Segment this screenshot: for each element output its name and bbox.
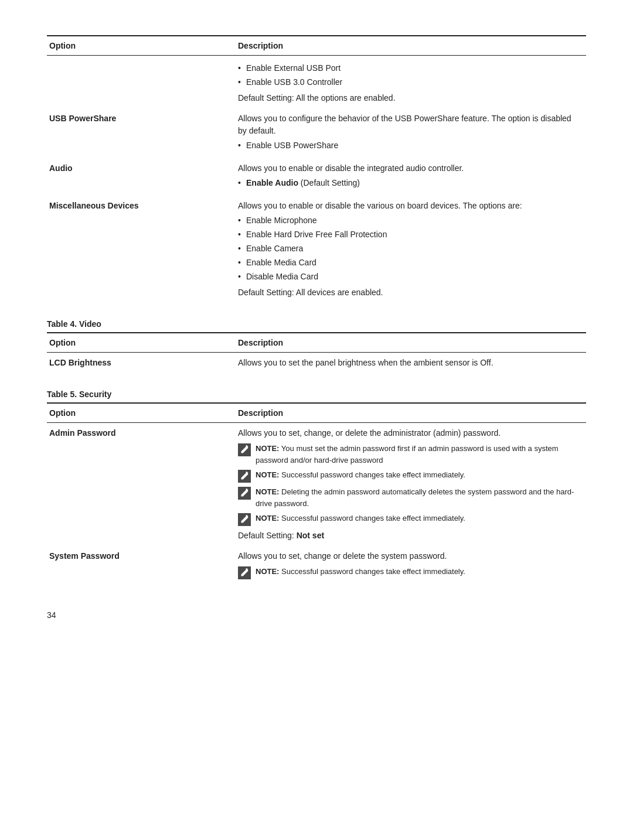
desc-cell: Enable External USB Port Enable USB 3.0 … xyxy=(236,56,586,109)
list-item: Enable External USB Port xyxy=(238,62,579,74)
note-text: NOTE: You must set the admin password fi… xyxy=(256,443,579,466)
desc-cell: Allows you to set the panel brightness w… xyxy=(236,353,586,374)
table-row: Miscellaneous Devices Allows you to enab… xyxy=(47,196,586,303)
page-number: 34 xyxy=(47,610,586,620)
table4-title: Table 4. Video xyxy=(47,319,586,329)
table5-col2-header: Description xyxy=(236,403,586,423)
option-cell xyxy=(47,56,236,109)
bullet-list: Enable External USB Port Enable USB 3.0 … xyxy=(238,62,579,88)
option-cell: USB PowerShare xyxy=(47,108,236,158)
option-cell: Miscellaneous Devices xyxy=(47,196,236,303)
note-block: NOTE: Successful password changes take e… xyxy=(238,566,579,579)
list-item: Enable Audio (Default Setting) xyxy=(238,177,579,189)
list-item: Disable Media Card xyxy=(238,271,579,283)
table-row: Enable External USB Port Enable USB 3.0 … xyxy=(47,56,586,109)
note-text: NOTE: Successful password changes take e… xyxy=(256,566,465,578)
note-block: NOTE: Successful password changes take e… xyxy=(238,469,579,483)
desc-intro: Allows you to set, change, or delete the… xyxy=(238,427,579,439)
desc-cell: Allows you to configure the behavior of … xyxy=(236,108,586,158)
note-block: NOTE: You must set the admin password fi… xyxy=(238,443,579,466)
default-note: Default Setting: All devices are enabled… xyxy=(238,286,579,299)
pencil-icon xyxy=(240,472,249,481)
note-icon xyxy=(238,470,251,483)
list-item: Enable USB PowerShare xyxy=(238,139,579,152)
list-item: Enable Microphone xyxy=(238,214,579,227)
table-row: Admin Password Allows you to set, change… xyxy=(47,423,586,547)
table-row: USB PowerShare Allows you to configure t… xyxy=(47,108,586,158)
table-row: System Password Allows you to set, chang… xyxy=(47,546,586,587)
desc-text: Allows you to enable or disable the vari… xyxy=(238,201,522,210)
table4-col1-header: Option xyxy=(47,333,236,353)
list-item: Enable USB 3.0 Controller xyxy=(238,76,579,88)
table3-continuation: Option Description Enable External USB P… xyxy=(47,35,586,303)
desc-intro: Allows you to set, change or delete the … xyxy=(238,550,579,562)
note-icon xyxy=(238,443,251,456)
bullet-list: Enable Microphone Enable Hard Drive Free… xyxy=(238,214,579,283)
note-block: NOTE: Deleting the admin password automa… xyxy=(238,486,579,509)
option-cell: Admin Password xyxy=(47,423,236,547)
table5: Option Description Admin Password Allows… xyxy=(47,402,586,587)
desc-text: Allows you to configure the behavior of … xyxy=(238,114,571,135)
list-item: Enable Hard Drive Free Fall Protection xyxy=(238,228,579,241)
note-block: NOTE: Successful password changes take e… xyxy=(238,513,579,526)
table-row: LCD Brightness Allows you to set the pan… xyxy=(47,353,586,374)
table4: Option Description LCD Brightness Allows… xyxy=(47,332,586,373)
option-cell: System Password xyxy=(47,546,236,587)
bullet-list: Enable USB PowerShare xyxy=(238,139,579,152)
note-icon xyxy=(238,487,251,500)
note-text: NOTE: Deleting the admin password automa… xyxy=(256,486,579,509)
desc-cell: Allows you to enable or disable the vari… xyxy=(236,196,586,303)
desc-text: Allows you to enable or disable the inte… xyxy=(238,163,464,173)
note-icon xyxy=(238,513,251,526)
option-cell: LCD Brightness xyxy=(47,353,236,374)
list-item: Enable Media Card xyxy=(238,257,579,269)
note-icon xyxy=(238,566,251,579)
bold-text: Enable Audio xyxy=(246,178,298,187)
desc-cell: Allows you to set, change, or delete the… xyxy=(236,423,586,547)
pencil-icon xyxy=(240,515,249,524)
note-text: NOTE: Successful password changes take e… xyxy=(256,469,465,481)
pencil-icon xyxy=(240,489,249,498)
bullet-list: Enable Audio (Default Setting) xyxy=(238,177,579,189)
default-note: Default Setting: All the options are ena… xyxy=(238,92,579,104)
desc-cell: Allows you to enable or disable the inte… xyxy=(236,158,586,196)
table5-title: Table 5. Security xyxy=(47,390,586,399)
table-row: Audio Allows you to enable or disable th… xyxy=(47,158,586,196)
pencil-icon xyxy=(240,445,249,455)
list-item: Enable Camera xyxy=(238,243,579,255)
desc-cell: Allows you to set, change or delete the … xyxy=(236,546,586,587)
default-note: Default Setting: Not set xyxy=(238,530,579,542)
note-text: NOTE: Successful password changes take e… xyxy=(256,513,465,524)
table5-col1-header: Option xyxy=(47,403,236,423)
option-cell: Audio xyxy=(47,158,236,196)
table3-col2-header: Description xyxy=(236,36,586,56)
page-content: Option Description Enable External USB P… xyxy=(47,35,586,620)
pencil-icon xyxy=(240,568,249,578)
table4-col2-header: Description xyxy=(236,333,586,353)
table3-col1-header: Option xyxy=(47,36,236,56)
